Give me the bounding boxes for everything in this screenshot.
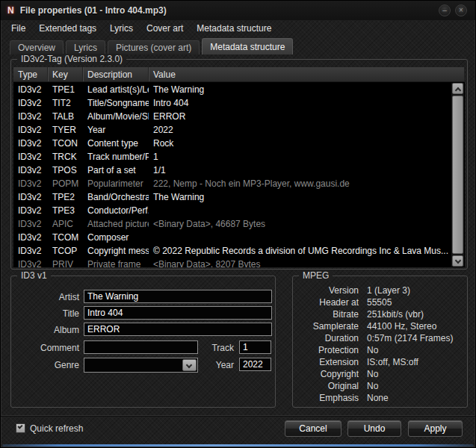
tab-overview[interactable]: Overview	[10, 40, 64, 55]
column-header-type[interactable]: Type	[13, 67, 48, 81]
id3v1-groupbox: ID3 v1 Artist Title Album Comment Genre …	[10, 276, 276, 408]
mpeg-row-value: 0:57m (2174 Frames)	[367, 332, 463, 344]
album-field[interactable]	[84, 323, 272, 336]
cancel-button[interactable]: Cancel	[285, 420, 341, 437]
quick-refresh-label[interactable]: Quick refresh	[30, 423, 83, 434]
table-row[interactable]: ID3v2 TYER Year 2022	[13, 123, 451, 137]
mpeg-row-label: Emphasis	[300, 392, 359, 404]
mpeg-row-label: Copyright	[300, 368, 359, 380]
mpeg-row-label: Extension	[300, 356, 359, 368]
table-row[interactable]: ID3v2 TPOS Part of a set 1/1	[13, 164, 451, 177]
album-label: Album	[11, 325, 79, 335]
window-title: File properties (01 - Intro 404.mp3)	[20, 5, 167, 16]
table-row[interactable]: ID3v2 TRCK Track number/P... 1	[13, 150, 451, 164]
menu-file[interactable]: File	[4, 22, 32, 35]
table-row[interactable]: ID3v2 TIT2 Title/Songname/... Intro 404	[13, 96, 451, 110]
scrollbar-thumb[interactable]	[452, 96, 463, 254]
menu-cover-art[interactable]: Cover art	[140, 22, 190, 35]
mpeg-row: Header at 55505	[300, 296, 463, 308]
cell-description: Track number/P...	[83, 150, 149, 164]
genre-label: Genre	[11, 360, 79, 370]
mpeg-row: Version 1 (Layer 3)	[300, 284, 463, 296]
cell-value: 1	[149, 150, 451, 164]
scrollbar-down-button[interactable]	[452, 255, 463, 267]
quick-refresh-checkbox[interactable]	[16, 423, 25, 433]
table-row[interactable]: ID3v2 POPM Popularimeter 222, Nemp - Noc…	[13, 177, 451, 190]
tabbar: Overview Lyrics Pictures (cover art) Met…	[1, 37, 475, 55]
cell-type: ID3v2	[13, 177, 48, 190]
id3v2-table: Type Key Description Value ID3v2 TPE1 Le…	[13, 67, 465, 267]
window-bottom-glow	[2, 444, 474, 447]
cell-key: POPM	[48, 177, 83, 190]
mpeg-row-label: Bitrate	[300, 308, 359, 320]
artist-field[interactable]	[84, 290, 272, 303]
genre-dropdown[interactable]	[84, 358, 198, 373]
cell-key: TCOP	[48, 244, 83, 258]
column-header-key[interactable]: Key	[48, 67, 83, 81]
cell-value: 2022	[149, 123, 451, 137]
mpeg-row: Emphasis None	[300, 392, 463, 404]
scrollbar-up-button[interactable]	[452, 83, 463, 94]
tab-metadata-structure[interactable]: Metadata structure	[202, 38, 293, 55]
cell-key: TIT2	[48, 96, 83, 110]
mpeg-row-label: Samplerate	[300, 320, 359, 332]
mpeg-row-value: IS:off, MS:off	[367, 356, 463, 368]
table-row[interactable]: ID3v2 APIC Attached picture <Binary Data…	[13, 217, 451, 231]
mpeg-group-title: MPEG	[299, 270, 333, 281]
cell-key: TPE3	[48, 204, 83, 217]
table-row[interactable]: ID3v2 PRIV Private frame <Binary Data>, …	[13, 258, 451, 267]
titlebar[interactable]: N File properties (01 - Intro 404.mp3) –…	[1, 1, 475, 20]
column-header-description[interactable]: Description	[83, 67, 149, 81]
minimize-button[interactable]: –	[439, 4, 451, 16]
cell-value: © 2022 Republic Records a division of UM…	[149, 244, 451, 258]
table-row[interactable]: ID3v2 TPE1 Lead artist(s)/Le... The Warn…	[13, 83, 451, 96]
table-row[interactable]: ID3v2 TCOP Copyright mess... © 2022 Repu…	[13, 244, 451, 258]
cell-description: Composer	[83, 231, 149, 244]
cell-type: ID3v2	[13, 217, 48, 231]
cell-description: Title/Songname/...	[83, 96, 149, 110]
mpeg-row: Duration 0:57m (2174 Frames)	[300, 332, 463, 344]
mpeg-row: Protection No	[300, 344, 463, 356]
cell-key: TYER	[48, 123, 83, 137]
tab-lyrics[interactable]: Lyrics	[66, 40, 105, 55]
genre-value	[84, 361, 87, 371]
column-header-value[interactable]: Value	[149, 67, 465, 81]
cell-type: ID3v2	[13, 110, 48, 123]
mpeg-row: Original No	[300, 380, 463, 392]
table-row[interactable]: ID3v2 TPE2 Band/Orchestra... The Warning	[13, 190, 451, 204]
vertical-scrollbar[interactable]	[451, 83, 464, 267]
table-row[interactable]: ID3v2 TCON Content type Rock	[13, 137, 451, 150]
mpeg-row-label: Protection	[300, 344, 359, 356]
table-row[interactable]: ID3v2 TCOM Composer	[13, 231, 451, 244]
year-field[interactable]	[239, 358, 271, 371]
mpeg-row-value: None	[367, 392, 463, 404]
apply-button[interactable]: Apply	[408, 420, 463, 437]
undo-button[interactable]: Undo	[347, 420, 401, 437]
comment-field[interactable]	[84, 340, 198, 354]
table-row[interactable]: ID3v2 TALB Album/Movie/Sh... ERROR	[13, 110, 451, 123]
menu-lyrics[interactable]: Lyrics	[103, 22, 140, 35]
menu-extended-tags[interactable]: Extended tags	[32, 22, 103, 35]
menu-metadata-structure[interactable]: Metadata structure	[190, 22, 278, 35]
cell-value: 1/1	[149, 164, 451, 177]
track-field[interactable]	[239, 340, 271, 354]
cell-value	[149, 204, 451, 217]
table-row[interactable]: ID3v2 TPE3 Conductor/Perf...	[13, 204, 451, 217]
mpeg-row-label: Version	[300, 284, 359, 296]
tab-pictures-cover-art[interactable]: Pictures (cover art)	[108, 40, 200, 55]
cell-key: TPE2	[48, 190, 83, 204]
cell-type: ID3v2	[13, 244, 48, 258]
id3v2-group-title: ID3v2-Tag (Version 2.3.0)	[17, 54, 126, 64]
cell-type: ID3v2	[13, 150, 48, 164]
menubar: File Extended tags Lyrics Cover art Meta…	[1, 20, 475, 37]
cell-key: TCON	[48, 137, 83, 150]
cell-type: ID3v2	[13, 137, 48, 150]
footer-separator	[1, 415, 475, 416]
title-field[interactable]	[84, 306, 272, 320]
chevron-down-icon	[455, 258, 461, 264]
cell-type: ID3v2	[13, 164, 48, 177]
mpeg-row-value: 1 (Layer 3)	[367, 284, 463, 296]
id3v2-table-body: ID3v2 TPE1 Lead artist(s)/Le... The Warn…	[13, 83, 451, 267]
cell-key: PRIV	[48, 258, 83, 267]
close-button[interactable]: ×	[455, 4, 467, 16]
